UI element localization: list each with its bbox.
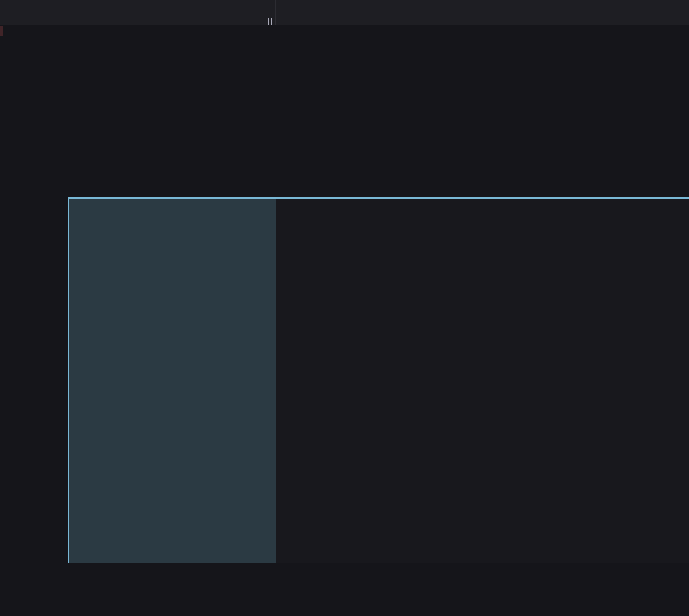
timeline-ruler [276,0,689,25]
column-resize-grip[interactable] [268,18,272,25]
trace-viewer [0,0,689,616]
span-rows-lower [0,563,689,615]
minimap-indicator [0,26,3,36]
panel-divider [275,0,276,25]
service-operation-header [0,0,276,25]
span-detail-header [276,199,689,209]
expanded-span-left-panel [68,197,276,563]
detail-band [0,197,689,563]
span-rows-upper [0,25,689,197]
panel-header [0,0,689,25]
span-detail-panel [276,197,689,563]
